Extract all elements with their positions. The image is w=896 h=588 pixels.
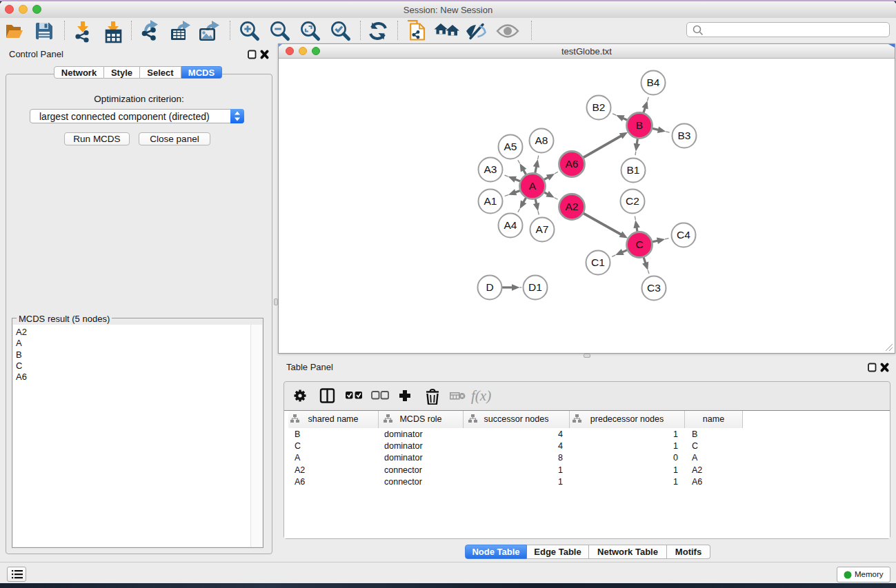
svg-text:A2: A2 — [566, 201, 579, 212]
svg-text:B2: B2 — [593, 101, 606, 113]
svg-text:C1: C1 — [591, 256, 605, 268]
svg-text:B3: B3 — [678, 130, 691, 141]
svg-text:B1: B1 — [627, 164, 640, 176]
svg-text:D: D — [486, 281, 493, 293]
svg-text:f(x): f(x) — [471, 387, 491, 404]
svg-text:A6: A6 — [566, 158, 579, 170]
svg-text:A1: A1 — [484, 195, 497, 207]
svg-text:C3: C3 — [647, 282, 661, 294]
svg-text:B: B — [636, 119, 643, 131]
svg-text:A4: A4 — [504, 219, 517, 231]
svg-text:A: A — [529, 180, 537, 192]
svg-text:A3: A3 — [484, 163, 497, 175]
svg-text:C: C — [635, 239, 643, 250]
svg-text:A8: A8 — [535, 134, 548, 146]
svg-text:B4: B4 — [647, 77, 660, 88]
svg-text:D1: D1 — [528, 281, 542, 293]
svg-text:C2: C2 — [626, 195, 639, 207]
svg-text:A5: A5 — [504, 141, 517, 152]
svg-text:A7: A7 — [536, 223, 549, 235]
svg-text:C4: C4 — [677, 229, 690, 241]
